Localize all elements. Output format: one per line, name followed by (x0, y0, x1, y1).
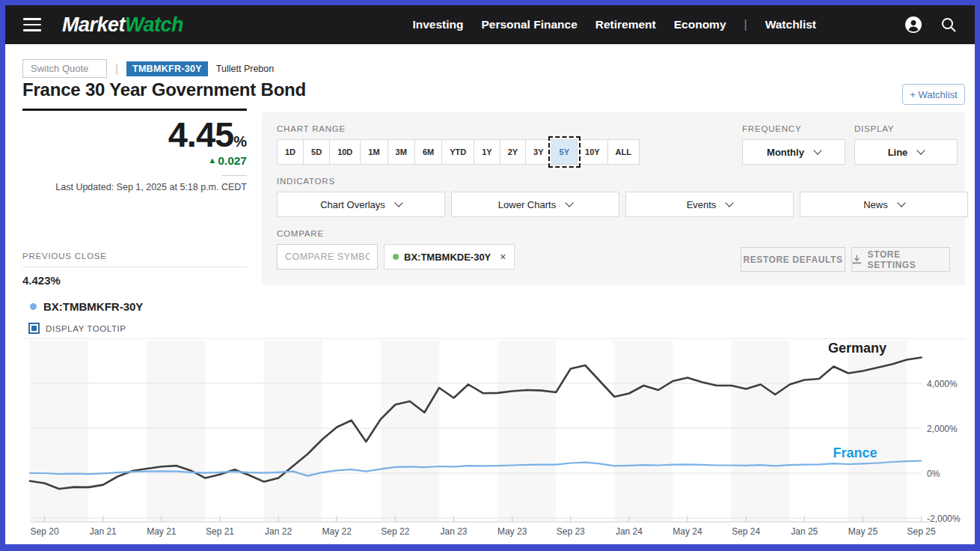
range-button-1m[interactable]: 1M (360, 139, 388, 165)
x-axis-tick-label: May 22 (322, 526, 352, 537)
chevron-down-icon (897, 198, 905, 207)
x-axis-tick-label: May 24 (673, 526, 702, 537)
indicators-label: INDICATORS (277, 177, 335, 186)
range-button-3y[interactable]: 3Y (525, 139, 551, 165)
range-button-5d[interactable]: 5D (303, 139, 330, 165)
previous-close-panel: PREVIOUS CLOSE 4.423% (22, 252, 247, 287)
search-icon[interactable] (940, 16, 957, 33)
compare-chip-dot (393, 254, 399, 260)
last-updated: Last Updated: Sep 1, 2025 at 5:18 p.m. C… (22, 182, 247, 192)
y-axis-tick-label: -2,000% (927, 514, 961, 524)
switch-quote-input[interactable]: Switch Quote (22, 59, 107, 78)
up-arrow-icon: ▲ (208, 156, 216, 165)
range-button-2y[interactable]: 2Y (500, 139, 526, 165)
nav-item-retirement[interactable]: Retirement (595, 18, 656, 31)
x-axis-tick-label: Sep 24 (732, 526, 760, 537)
x-axis-tick-label: Sep 23 (557, 526, 585, 537)
y-axis-tick-label: 4,000% (927, 379, 958, 389)
x-axis-tick-label: Sep 20 (31, 526, 59, 537)
compare-chip-label: BX:TMBMKDE-30Y (404, 252, 491, 263)
store-settings-button[interactable]: STORE SETTINGS (851, 247, 950, 272)
range-button-1d[interactable]: 1D (277, 139, 304, 165)
nav-item-watchlist[interactable]: Watchlist (765, 18, 816, 31)
ticker-badge: TMBMKFR-30Y (126, 61, 208, 76)
display-value: Line (888, 147, 908, 158)
indicator-dropdowns: Chart OverlaysLower ChartsEventsNews (277, 192, 968, 217)
chart-range-buttons: 1D5D10D1M3M6MYTD1Y2Y3Y5Y10YALL (277, 139, 640, 165)
compare-symbol-input[interactable] (277, 244, 378, 270)
chart-overlays-dropdown[interactable]: Chart Overlays (277, 192, 445, 217)
nav-item-personal-finance[interactable]: Personal Finance (481, 18, 577, 31)
price-panel: 4.45% ▲0.027 Last Updated: Sep 1, 2025 a… (22, 109, 247, 192)
download-icon (852, 255, 862, 264)
legend-dot (30, 303, 37, 310)
divider (221, 175, 247, 176)
range-button-1y[interactable]: 1Y (474, 139, 500, 165)
range-button-10y[interactable]: 10Y (577, 139, 608, 165)
display-dropdown[interactable]: Line (854, 139, 958, 165)
compare-chip[interactable]: BX:TMBMKDE-30Y × (384, 244, 515, 270)
add-to-watchlist-button[interactable]: + Watchlist (902, 84, 965, 105)
logo-market: Market (62, 13, 125, 36)
range-button-10d[interactable]: 10D (329, 139, 361, 165)
lower-charts-dropdown[interactable]: Lower Charts (451, 192, 619, 217)
range-button-all[interactable]: ALL (607, 139, 640, 165)
dropdown-value: News (863, 199, 888, 210)
restore-defaults-button[interactable]: RESTORE DEFAULTS (741, 247, 845, 272)
x-axis-tick-label: Jan 23 (440, 526, 467, 537)
range-button-3m[interactable]: 3M (388, 139, 415, 165)
quote-bar: Switch Quote | TMBMKFR-30Y Tullett Prebo… (22, 59, 274, 78)
events-dropdown[interactable]: Events (625, 192, 794, 217)
chart-controls-panel: CHART RANGE 1D5D10D1M3M6MYTD1Y2Y3Y5Y10YA… (262, 112, 965, 285)
display-tooltip-toggle[interactable]: DISPLAY TOOLTIP (28, 323, 126, 334)
legend-symbol: BX:TMBMKFR-30Y (43, 300, 143, 313)
display-label: DISPLAY (854, 124, 894, 133)
percent-sign: % (233, 133, 247, 150)
profile-icon[interactable] (904, 16, 922, 34)
frequency-dropdown[interactable]: Monthly (742, 139, 845, 165)
chevron-down-icon (726, 198, 734, 207)
range-button-6m[interactable]: 6M (414, 139, 442, 165)
x-axis-tick-label: Sep 21 (206, 526, 234, 537)
x-axis-tick-label: Jan 21 (90, 526, 117, 537)
quote-source: Tullett Prebon (216, 64, 274, 74)
x-axis-tick-label: Jan 22 (265, 526, 292, 537)
x-axis-tick-label: Jan 25 (791, 526, 818, 537)
divider (22, 338, 965, 339)
previous-close-value: 4.423% (22, 274, 247, 287)
news-dropdown[interactable]: News (800, 192, 968, 217)
current-yield: 4.45% (22, 117, 247, 152)
x-axis-tick-label: May 21 (147, 526, 177, 537)
close-icon[interactable]: × (500, 251, 506, 263)
hamburger-menu-icon[interactable] (23, 18, 41, 31)
page-title: France 30 Year Government Bond (22, 79, 306, 100)
price-change: ▲0.027 (22, 154, 247, 168)
frequency-value: Monthly (767, 147, 804, 158)
x-axis-tick-label: May 25 (848, 526, 878, 537)
x-axis-tick-label: Jan 24 (616, 526, 643, 537)
price-chart[interactable]: 4,000%2,000%0%-2,000%Sep 20Jan 21May 21S… (22, 340, 967, 541)
x-axis-tick-label: Sep 22 (381, 526, 409, 537)
series-legend: BX:TMBMKFR-30Y (30, 300, 143, 313)
dropdown-value: Lower Charts (498, 199, 556, 210)
series-label-germany: Germany (828, 341, 886, 356)
compare-label: COMPARE (277, 229, 324, 238)
quote-bar-divider: | (115, 63, 118, 75)
divider (22, 267, 247, 267)
display-tooltip-label: DISPLAY TOOLTIP (46, 324, 126, 333)
range-button-ytd[interactable]: YTD (441, 139, 474, 165)
chart-range-label: CHART RANGE (277, 124, 346, 133)
series-label-france: France (833, 445, 877, 460)
marketwatch-logo[interactable]: MarketWatch (62, 13, 183, 37)
x-axis-tick-label: Sep 25 (907, 526, 936, 537)
range-button-5y[interactable]: 5Y (551, 139, 578, 165)
y-axis-tick-label: 2,000% (927, 424, 958, 434)
nav-item-economy[interactable]: Economy (674, 18, 726, 31)
nav-item-investing[interactable]: Investing (412, 18, 463, 31)
page: MarketWatch InvestingPersonal FinanceRet… (0, 0, 980, 551)
store-settings-label: STORE SETTINGS (868, 249, 949, 270)
display-tooltip-checkbox[interactable] (28, 323, 40, 334)
y-axis-tick-label: 0% (927, 469, 940, 479)
dropdown-value: Chart Overlays (320, 199, 385, 210)
main-nav: InvestingPersonal FinanceRetirementEcono… (412, 18, 816, 31)
